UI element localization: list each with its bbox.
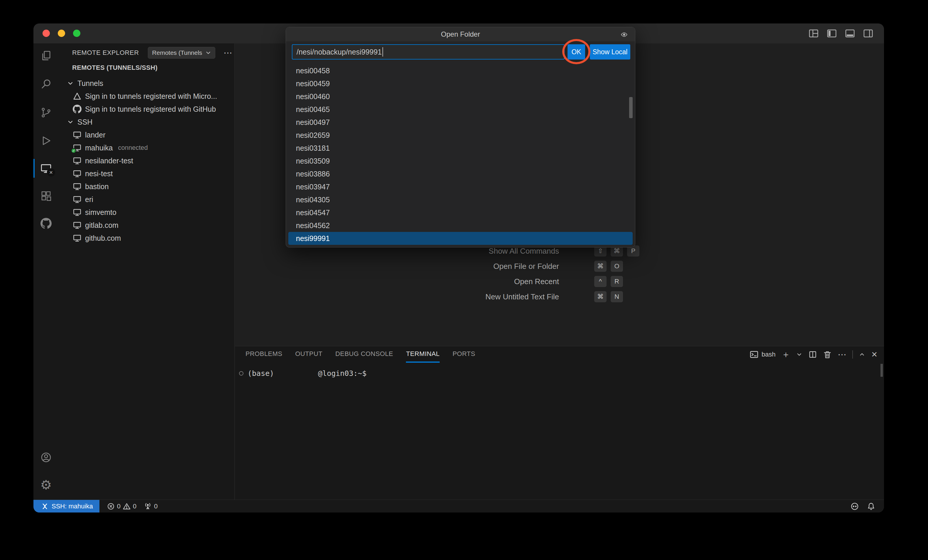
copilot-icon[interactable]	[850, 502, 859, 510]
remote-icon	[41, 502, 49, 510]
tree-item-host[interactable]: nesi-test	[59, 167, 234, 180]
dialog-scrollbar[interactable]	[629, 97, 633, 118]
remotes-tree: Tunnels Sign in to tunnels registered wi…	[59, 77, 234, 244]
tree-item-host[interactable]: nesilander-test	[59, 154, 234, 167]
keycap-letter: N	[611, 291, 623, 302]
vm-icon	[73, 182, 81, 191]
search-icon[interactable]	[34, 75, 59, 93]
settings-gear-icon[interactable]: ⚙	[34, 476, 59, 494]
radio-tower-icon	[144, 502, 152, 510]
dialog-title: Open Folder	[286, 27, 635, 41]
github-icon	[73, 105, 81, 113]
warning-icon	[123, 502, 131, 510]
remote-indicator[interactable]: SSH: mahuika	[34, 500, 99, 513]
tree-item-ssh[interactable]: SSH	[59, 116, 234, 128]
zoom-window-button[interactable]	[73, 30, 80, 37]
tab-terminal[interactable]: TERMINAL	[406, 346, 440, 363]
more-actions-icon[interactable]: ⋯	[838, 352, 847, 357]
command-decoration-icon	[239, 371, 243, 375]
folder-option[interactable]: nesi04562	[286, 219, 635, 232]
tree-item-host[interactable]: eri	[59, 193, 234, 206]
launch-profile-chevron-icon[interactable]	[796, 351, 803, 358]
folder-path-input[interactable]: /nesi/nobackup/nesi99991	[292, 44, 565, 60]
remote-type-dropdown[interactable]: Remotes (Tunnels	[148, 47, 215, 59]
azure-icon	[73, 92, 81, 101]
folder-option[interactable]: nesi00459	[286, 77, 635, 90]
folder-option[interactable]: nesi00465	[286, 103, 635, 116]
tree-item-host[interactable]: simvemto	[59, 206, 234, 219]
keycap-cmd: ⌘	[594, 261, 606, 272]
tree-item-tunnels[interactable]: Tunnels	[59, 77, 234, 90]
github-icon[interactable]	[34, 214, 59, 233]
folder-option[interactable]: nesi00460	[286, 90, 635, 103]
vm-icon	[73, 195, 81, 204]
kill-terminal-icon[interactable]	[823, 350, 832, 359]
connected-check-icon: ✓	[71, 148, 76, 153]
tab-ports[interactable]: PORTS	[453, 346, 475, 363]
folder-option[interactable]: nesi03947	[286, 180, 635, 193]
window-controls	[43, 30, 80, 37]
close-panel-icon[interactable]: ✕	[871, 352, 878, 357]
customize-layout-icon[interactable]	[808, 27, 820, 39]
problems-status[interactable]: 0 0	[107, 502, 137, 510]
bell-icon[interactable]	[867, 502, 875, 510]
folder-option-selected[interactable]: nesi99991	[288, 232, 633, 245]
text-cursor	[383, 47, 383, 56]
folder-option[interactable]: nesi03181	[286, 142, 635, 154]
ok-button[interactable]: OK	[568, 44, 585, 60]
sidebar-section-title: REMOTES (TUNNELS/SSH)	[72, 64, 157, 72]
run-debug-icon[interactable]	[34, 131, 59, 150]
eye-icon[interactable]	[620, 31, 628, 38]
tab-output[interactable]: OUTPUT	[295, 346, 322, 363]
tree-item-host[interactable]: gitlab.com	[59, 219, 234, 232]
tree-item-host[interactable]: bastion	[59, 180, 234, 193]
extensions-icon[interactable]	[34, 186, 59, 205]
tab-problems[interactable]: PROBLEMS	[246, 346, 282, 363]
keybinding-hints: Show All Commands ⇧ ⌘ P Open File or Fol…	[357, 244, 640, 305]
terminal-content[interactable]: (base) @login03:~$	[239, 369, 366, 378]
remote-status-badge: ✕	[47, 168, 55, 177]
keycap-ctrl: ^	[594, 276, 606, 287]
folder-option[interactable]: nesi02659	[286, 129, 635, 142]
shell-selector[interactable]: bash	[750, 350, 775, 359]
source-control-icon[interactable]	[34, 103, 59, 122]
status-bar: SSH: mahuika 0 0 0	[34, 500, 884, 513]
tab-debug-console[interactable]: DEBUG CONSOLE	[335, 346, 393, 363]
account-icon[interactable]	[34, 448, 59, 467]
explorer-icon[interactable]	[34, 46, 59, 65]
split-terminal-icon[interactable]	[808, 350, 817, 359]
tree-item-host-connected[interactable]: ✓ mahuika connected	[59, 141, 234, 154]
toggle-secondary-sidebar-icon[interactable]	[862, 27, 874, 39]
terminal-icon	[750, 350, 759, 359]
shortcut-label: Show All Commands	[357, 247, 559, 256]
folder-option[interactable]: nesi00497	[286, 116, 635, 129]
conda-env: (base)	[247, 369, 274, 378]
toggle-panel-icon[interactable]	[844, 27, 856, 39]
ports-status[interactable]: 0	[144, 502, 157, 510]
tree-item-host[interactable]: lander	[59, 128, 234, 141]
new-terminal-button[interactable]: ＋	[781, 352, 790, 357]
vm-icon	[73, 169, 81, 178]
tree-item-signin-github[interactable]: Sign in to tunnels registered with GitHu…	[59, 102, 234, 116]
folder-option[interactable]: nesi00458	[286, 64, 635, 77]
folder-option[interactable]: nesi03509	[286, 154, 635, 168]
folder-option[interactable]: nesi04547	[286, 206, 635, 219]
show-local-button[interactable]: Show Local	[590, 44, 630, 60]
tree-item-signin-microsoft[interactable]: Sign in to tunnels registered with Micro…	[59, 90, 234, 102]
vm-icon	[73, 233, 81, 243]
remote-explorer-icon[interactable]: ✕	[34, 159, 59, 178]
terminal-scrollbar[interactable]	[881, 364, 883, 377]
keycap-letter: R	[611, 276, 623, 287]
folder-option[interactable]: nesi03886	[286, 168, 635, 180]
maximize-panel-icon[interactable]	[859, 351, 865, 358]
vm-icon	[73, 221, 81, 230]
minimize-window-button[interactable]	[58, 30, 65, 37]
connection-status: connected	[118, 144, 148, 152]
more-actions-button[interactable]: ⋯	[223, 50, 232, 56]
tree-item-host[interactable]: github.com	[59, 232, 234, 244]
close-window-button[interactable]	[43, 30, 50, 37]
vscode-window: ✕ ⚙ REMOTE EXPLORER Remotes (Tunnels ⋯ R…	[34, 23, 884, 513]
folder-option[interactable]: nesi04305	[286, 193, 635, 206]
chevron-down-icon	[205, 50, 211, 56]
toggle-primary-sidebar-icon[interactable]	[826, 27, 838, 39]
